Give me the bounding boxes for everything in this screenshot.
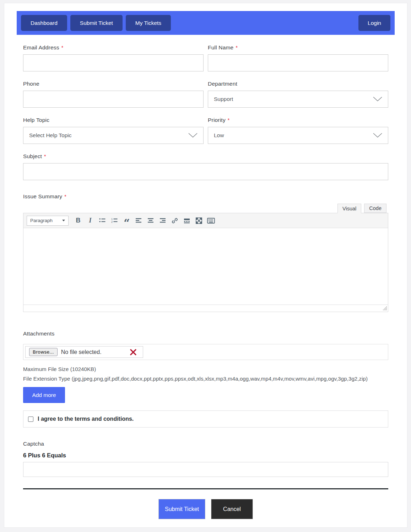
email-input[interactable] — [23, 54, 204, 71]
terms-checkbox[interactable] — [28, 417, 33, 422]
terms-box: I agree to the terms and conditions. — [23, 410, 388, 428]
required-asterisk: * — [236, 45, 238, 50]
align-left-icon[interactable] — [133, 215, 144, 226]
bulleted-list-icon[interactable] — [97, 215, 108, 226]
editor-visual-tab[interactable]: Visual — [337, 204, 361, 213]
issue-summary-editor-area[interactable] — [23, 228, 388, 305]
nav-submit-ticket-button[interactable]: Submit Ticket — [70, 15, 123, 31]
nav-my-tickets-button[interactable]: My Tickets — [126, 15, 171, 31]
captcha-label: Captcha — [23, 441, 388, 447]
email-label: Email Address* — [23, 44, 204, 51]
paragraph-style-dropdown[interactable]: Paragraph — [27, 216, 69, 226]
browse-button[interactable]: Browse... — [29, 348, 58, 356]
priority-label: Priority* — [208, 117, 388, 123]
numbered-list-icon[interactable]: 1 2 — [109, 215, 120, 226]
footer-divider — [23, 488, 388, 489]
form-actions: Submit Ticket Cancel — [23, 499, 388, 519]
keyboard-toggle-icon[interactable] — [206, 215, 216, 226]
help-topic-label: Help Topic — [23, 117, 204, 123]
chevron-down-icon — [188, 133, 198, 138]
italic-icon[interactable]: I — [85, 215, 96, 226]
department-select[interactable]: Support — [208, 91, 388, 108]
top-navbar: Dashboard Submit Ticket My Tickets Login — [17, 11, 395, 35]
svg-text:2: 2 — [111, 220, 113, 224]
required-asterisk: * — [44, 154, 46, 159]
captcha-input[interactable] — [23, 462, 388, 477]
no-file-text: No file selected. — [61, 349, 126, 355]
x-remove-icon[interactable] — [129, 348, 137, 356]
department-selected-value: Support — [214, 96, 233, 102]
file-extensions-text: File Extension Type (jpg,jpeg,png,gif,pd… — [23, 376, 388, 382]
align-right-icon[interactable] — [157, 215, 168, 226]
attachments-label: Attachments — [23, 331, 388, 337]
rich-text-editor: Paragraph B I 1 2 — [23, 213, 388, 312]
editor-mode-tabs: Visual Code — [23, 203, 388, 213]
issue-summary-section: Issue Summary* Visual Code Paragraph B I — [23, 193, 388, 312]
editor-code-tab[interactable]: Code — [364, 204, 386, 213]
full-name-label: Full Name* — [208, 44, 388, 51]
editor-toolbar: Paragraph B I 1 2 — [23, 213, 388, 228]
max-file-size-text: Maximum File Size (10240KB) — [23, 366, 388, 372]
subject-label: Subject* — [23, 153, 388, 160]
required-asterisk: * — [64, 194, 66, 199]
fullscreen-icon[interactable] — [194, 215, 204, 226]
read-more-icon[interactable] — [182, 215, 192, 226]
submit-ticket-form: Email Address* Full Name* Phone Departme… — [23, 35, 388, 519]
required-asterisk: * — [228, 117, 230, 123]
dropdown-arrow-icon — [62, 220, 65, 221]
terms-label: I agree to the terms and conditions. — [38, 416, 134, 422]
priority-selected-value: Low — [214, 132, 224, 139]
phone-input[interactable] — [23, 91, 204, 108]
chevron-down-icon — [373, 97, 382, 102]
help-topic-selected-value: Select Help Topic — [29, 132, 71, 139]
cancel-button[interactable]: Cancel — [211, 499, 253, 519]
page: Dashboard Submit Ticket My Tickets Login… — [4, 3, 407, 528]
priority-select[interactable]: Low — [208, 127, 388, 144]
link-icon[interactable] — [169, 215, 180, 226]
issue-summary-label: Issue Summary* — [23, 193, 388, 200]
nav-dashboard-button[interactable]: Dashboard — [21, 15, 67, 31]
phone-label: Phone — [23, 81, 204, 87]
blockquote-icon[interactable]: “ — [121, 215, 132, 226]
department-label: Department — [208, 81, 388, 87]
full-name-input[interactable] — [208, 54, 388, 71]
bold-icon[interactable]: B — [73, 215, 83, 226]
required-asterisk: * — [61, 45, 64, 50]
resize-grip-icon[interactable] — [382, 306, 387, 311]
chevron-down-icon — [373, 133, 382, 138]
captcha-section: Captcha 6 Plus 6 Equals — [23, 441, 388, 477]
captcha-question: 6 Plus 6 Equals — [23, 452, 388, 459]
login-button[interactable]: Login — [358, 15, 390, 31]
attachments-section: Attachments Browse... No file selected. … — [23, 331, 388, 403]
subject-input[interactable] — [23, 163, 388, 180]
add-more-button[interactable]: Add more — [23, 387, 65, 403]
submit-ticket-button[interactable]: Submit Ticket — [158, 499, 205, 519]
attachment-row: Browse... No file selected. — [23, 344, 388, 360]
align-center-icon[interactable] — [145, 215, 156, 226]
editor-statusbar — [23, 305, 388, 312]
help-topic-select[interactable]: Select Help Topic — [23, 127, 204, 144]
file-input[interactable]: Browse... No file selected. — [25, 346, 143, 358]
